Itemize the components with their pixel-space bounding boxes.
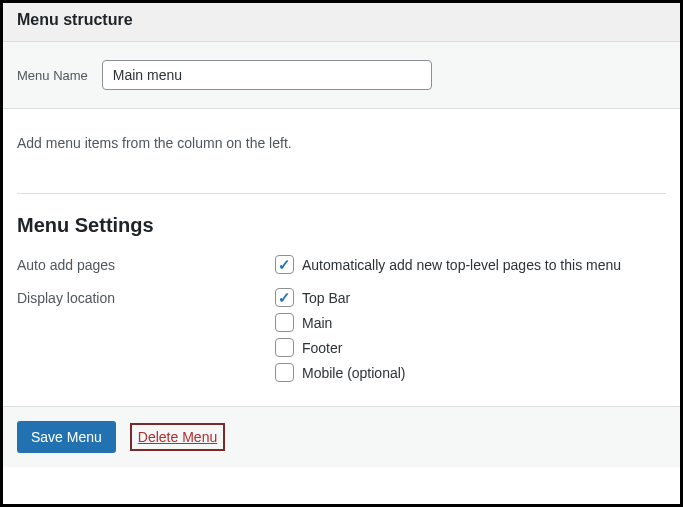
panel-body: Add menu items from the column on the le…	[3, 109, 680, 406]
display-location-option-top-bar[interactable]: Top Bar	[275, 288, 406, 307]
display-location-row: Display location Top Bar Main Footer Mob…	[17, 288, 666, 382]
checkbox-mobile[interactable]	[275, 363, 294, 382]
menu-name-label: Menu Name	[17, 68, 88, 83]
menu-structure-panel: Menu structure Menu Name Add menu items …	[0, 0, 683, 507]
auto-add-pages-row: Auto add pages Automatically add new top…	[17, 255, 666, 274]
menu-name-section: Menu Name	[3, 42, 680, 109]
option-label-footer: Footer	[302, 340, 342, 356]
checkbox-auto-add[interactable]	[275, 255, 294, 274]
delete-menu-link[interactable]: Delete Menu	[138, 429, 217, 445]
panel-header: Menu structure	[3, 3, 680, 42]
display-location-option-mobile[interactable]: Mobile (optional)	[275, 363, 406, 382]
auto-add-option-label: Automatically add new top-level pages to…	[302, 257, 621, 273]
auto-add-options: Automatically add new top-level pages to…	[275, 255, 621, 274]
delete-menu-highlight: Delete Menu	[130, 423, 225, 451]
panel-title: Menu structure	[17, 11, 666, 29]
option-label-mobile: Mobile (optional)	[302, 365, 406, 381]
checkbox-footer[interactable]	[275, 338, 294, 357]
auto-add-pages-label: Auto add pages	[17, 255, 275, 273]
display-location-option-main[interactable]: Main	[275, 313, 406, 332]
display-location-option-footer[interactable]: Footer	[275, 338, 406, 357]
option-label-top-bar: Top Bar	[302, 290, 350, 306]
menu-name-input[interactable]	[102, 60, 432, 90]
panel-footer: Save Menu Delete Menu	[3, 406, 680, 467]
auto-add-option[interactable]: Automatically add new top-level pages to…	[275, 255, 621, 274]
divider	[17, 193, 666, 194]
display-location-label: Display location	[17, 288, 275, 306]
menu-settings-heading: Menu Settings	[17, 214, 666, 237]
checkbox-top-bar[interactable]	[275, 288, 294, 307]
help-text: Add menu items from the column on the le…	[17, 135, 666, 151]
checkbox-main[interactable]	[275, 313, 294, 332]
save-menu-button[interactable]: Save Menu	[17, 421, 116, 453]
display-location-options: Top Bar Main Footer Mobile (optional)	[275, 288, 406, 382]
option-label-main: Main	[302, 315, 332, 331]
